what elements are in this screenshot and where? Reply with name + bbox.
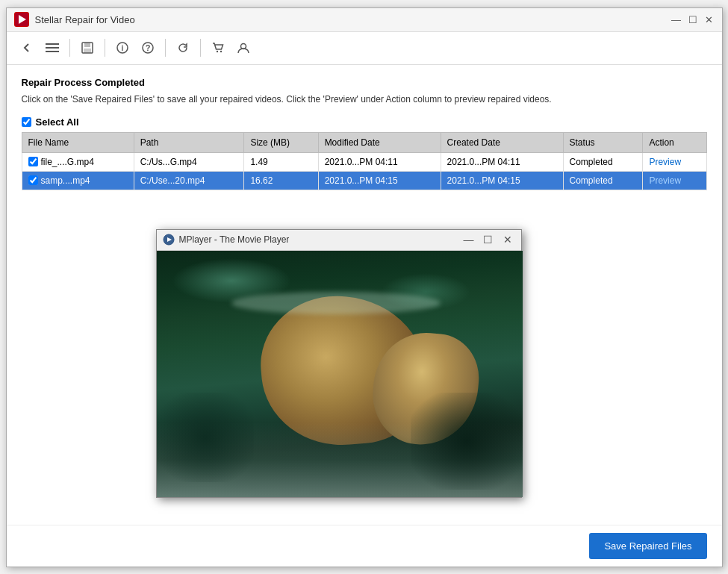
mplayer-title-bar: MPlayer - The Movie Player — ☐ ✕ [157, 230, 521, 251]
col-status: Status [563, 132, 643, 152]
status-title: Repair Process Completed [22, 77, 707, 88]
row-checkbox[interactable] [28, 175, 38, 185]
video-area [157, 251, 523, 497]
content-area: Repair Process Completed Click on the 'S… [7, 65, 722, 525]
table-header-row: File Name Path Size (MB) Modified Date C… [22, 132, 706, 152]
mplayer-minimize-button[interactable]: — [461, 232, 476, 247]
col-filename: File Name [22, 132, 134, 152]
separator-1 [69, 39, 70, 57]
separator-3 [165, 39, 166, 57]
maximize-button[interactable]: ☐ [688, 14, 698, 25]
svg-text:i: i [121, 44, 123, 52]
table-body: file_....G.mp4 C:/Us...G.mp4 1.49 2021.0… [22, 152, 706, 190]
svg-rect-7 [84, 49, 91, 53]
mplayer-controls: — ☐ ✕ [461, 232, 515, 247]
svg-text:?: ? [145, 43, 150, 52]
col-action: Action [643, 132, 706, 152]
col-modified: Modified Date [318, 132, 441, 152]
cell-created: 2021.0...PM 04:11 [441, 152, 563, 171]
cell-path: C:/Us...G.mp4 [134, 152, 244, 171]
cell-status: Completed [563, 171, 643, 190]
mplayer-window: MPlayer - The Movie Player — ☐ ✕ [156, 229, 522, 498]
select-all-row: Select All [22, 116, 707, 128]
cell-filename: file_....G.mp4 [22, 152, 134, 171]
col-path: Path [134, 132, 244, 152]
dark-water-2 [411, 393, 523, 490]
filename-text: samp....mp4 [41, 175, 90, 186]
filename-text: file_....G.mp4 [41, 157, 94, 167]
menu-button[interactable] [41, 37, 63, 59]
cell-action[interactable]: Preview [643, 152, 706, 171]
app-icon [14, 12, 29, 27]
status-description: Click on the 'Save Repaired Files' to sa… [22, 93, 707, 106]
account-button[interactable] [232, 37, 255, 59]
separator-4 [200, 39, 201, 57]
mplayer-app-icon [163, 234, 175, 246]
help-button[interactable]: ? [137, 37, 159, 59]
save-icon-button[interactable] [76, 37, 99, 59]
cell-modified: 2021.0...PM 04:11 [318, 152, 441, 171]
svg-point-12 [216, 51, 217, 52]
col-created: Created Date [441, 132, 563, 152]
cell-size: 1.49 [244, 152, 318, 171]
col-size: Size (MB) [244, 132, 318, 152]
table-row: file_....G.mp4 C:/Us...G.mp4 1.49 2021.0… [22, 152, 706, 171]
main-window: Stellar Repair for Video — ☐ ✕ [6, 7, 723, 567]
bottom-bar: Save Repaired Files [7, 525, 722, 567]
row-checkbox[interactable] [28, 157, 38, 166]
mplayer-maximize-button[interactable]: ☐ [481, 232, 496, 247]
mplayer-close-button[interactable]: ✕ [500, 232, 515, 247]
cell-action[interactable]: Preview [643, 171, 706, 190]
refresh-button[interactable] [172, 37, 194, 59]
mplayer-title-text: MPlayer - The Movie Player [179, 234, 290, 245]
toolbar: i ? [7, 32, 722, 65]
title-bar-left: Stellar Repair for Video [14, 12, 135, 27]
save-repaired-files-button[interactable]: Save Repaired Files [589, 533, 706, 559]
cell-filename: samp....mp4 [22, 171, 134, 190]
cell-created: 2021.0...PM 04:15 [441, 171, 563, 190]
dark-water-1 [157, 393, 254, 482]
info-button[interactable]: i [111, 37, 134, 59]
svg-rect-6 [84, 43, 90, 47]
separator-2 [105, 39, 105, 57]
minimize-button[interactable]: — [671, 14, 682, 25]
cell-status: Completed [563, 152, 643, 171]
title-bar: Stellar Repair for Video — ☐ ✕ [7, 8, 722, 32]
select-all-checkbox[interactable] [22, 117, 31, 127]
window-title: Stellar Repair for Video [35, 14, 135, 25]
file-table: File Name Path Size (MB) Modified Date C… [22, 132, 707, 190]
table-row: samp....mp4 C:/Use...20.mp4 16.62 2021.0… [22, 171, 706, 190]
table-header: File Name Path Size (MB) Modified Date C… [22, 132, 706, 152]
close-button[interactable]: ✕ [704, 14, 715, 25]
cart-button[interactable] [207, 37, 229, 59]
preview-link[interactable]: Preview [649, 175, 681, 186]
cell-modified: 2021.0...PM 04:15 [318, 171, 441, 190]
mplayer-title-left: MPlayer - The Movie Player [163, 234, 290, 246]
foam-top [231, 292, 441, 314]
title-bar-controls: — ☐ ✕ [671, 14, 715, 25]
cell-path: C:/Use...20.mp4 [134, 171, 244, 190]
preview-link[interactable]: Preview [649, 157, 681, 167]
back-button[interactable] [16, 37, 38, 59]
select-all-label: Select All [36, 116, 79, 128]
svg-point-13 [220, 51, 221, 52]
cell-size: 16.62 [244, 171, 318, 190]
